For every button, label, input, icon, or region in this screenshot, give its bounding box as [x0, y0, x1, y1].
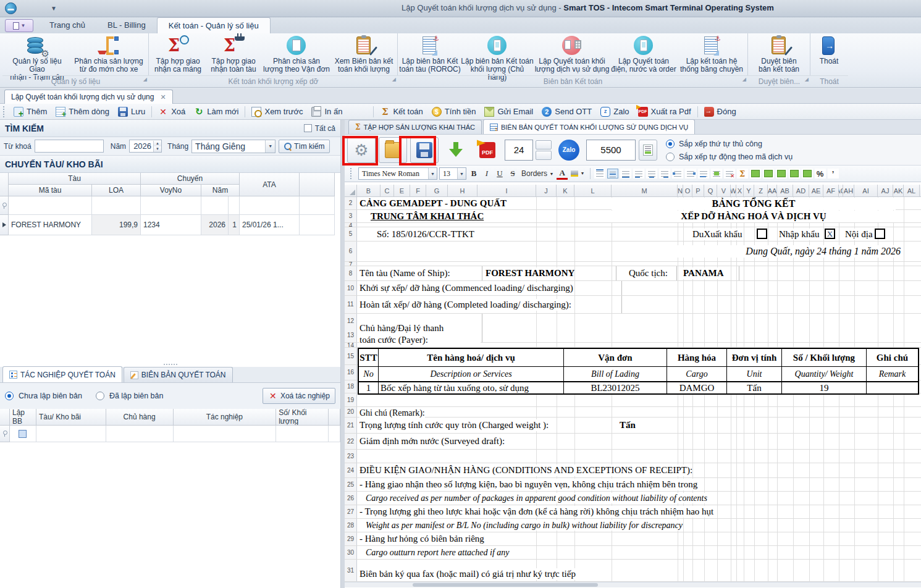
- column-header-N[interactable]: N: [678, 185, 683, 196]
- sheet-cell[interactable]: Tấn: [620, 419, 636, 431]
- ops-filter-cell[interactable]: [276, 426, 329, 442]
- toolbar-button-save[interactable]: Lưu: [114, 106, 149, 118]
- row-header[interactable]: 2: [345, 197, 357, 209]
- row-header[interactable]: 22: [345, 434, 357, 449]
- page-size-down-button[interactable]: [536, 151, 552, 160]
- voyage-cell[interactable]: 199,9: [92, 215, 141, 235]
- row-header[interactable]: 10: [345, 281, 357, 295]
- table-cell[interactable]: Vận đơn: [564, 349, 667, 366]
- column-header-AH[interactable]: AH: [843, 185, 854, 196]
- group-launcher-icon[interactable]: ◢: [143, 74, 147, 85]
- valign-top-button[interactable]: [594, 169, 605, 178]
- ribbon-button[interactable]: Lập Quyết toán điện, nước và order: [610, 34, 677, 75]
- column-header-W[interactable]: W: [731, 185, 736, 196]
- column-header-Y[interactable]: Y: [744, 185, 754, 196]
- row-header[interactable]: 20: [345, 407, 357, 417]
- toolbar-button-add[interactable]: Thêm: [9, 106, 51, 118]
- row-header[interactable]: 11: [345, 296, 357, 313]
- toolbar-button-sigma[interactable]: ΣKết toán: [376, 106, 427, 118]
- table-cell[interactable]: Tên hàng hoá/ dịch vụ: [379, 349, 564, 366]
- sort-auto-radio[interactable]: [666, 153, 675, 161]
- bb-checkbox[interactable]: [19, 430, 27, 438]
- column-header-J[interactable]: J: [536, 185, 557, 196]
- italic-button[interactable]: I: [481, 167, 492, 180]
- column-header-AB[interactable]: AB: [777, 185, 793, 196]
- table-cell[interactable]: Unit: [727, 366, 782, 381]
- column-header-AA[interactable]: AA: [768, 185, 777, 196]
- ribbon-button[interactable]: ΣTập hợp giao nhận ca máng: [150, 34, 206, 75]
- voyage-filter-cell[interactable]: [201, 196, 229, 215]
- column-header-B[interactable]: B: [357, 185, 381, 196]
- table-cell[interactable]: [867, 381, 918, 393]
- voyage-filter-cell[interactable]: [141, 196, 201, 215]
- valign-middle-button[interactable]: [607, 169, 618, 178]
- horizontal-scrollbar[interactable]: [345, 582, 921, 587]
- scrollbar-thumb[interactable]: [413, 583, 598, 587]
- table-cell[interactable]: Tấn: [727, 381, 782, 393]
- sheet-cell[interactable]: Nhập khẩu: [779, 229, 819, 240]
- table-cell[interactable]: DAMGO: [667, 381, 727, 393]
- month-select[interactable]: Tháng Giêng ▼: [191, 140, 275, 153]
- font-size-select[interactable]: 13 ▼: [439, 167, 466, 180]
- ops-tab-2[interactable]: BIÊN BẢN QUYẾT TOÁN: [124, 367, 233, 382]
- toolbar-button-coin[interactable]: $Tính tiền: [427, 106, 481, 118]
- sheet-cell[interactable]: Tên tàu (Name of Ship):: [360, 267, 450, 279]
- column-header-O[interactable]: O: [683, 185, 692, 196]
- table-cell[interactable]: Remark: [867, 366, 918, 381]
- column-header-M[interactable]: M: [612, 185, 678, 196]
- report-tab-1[interactable]: ΣTẬP HỢP SẢN LƯỢNG KHAI THÁC: [348, 120, 482, 134]
- align-center-button[interactable]: [646, 169, 657, 178]
- table-cell[interactable]: Hàng hóa: [667, 349, 727, 366]
- column-header-AG[interactable]: AG: [839, 185, 843, 196]
- row-header[interactable]: 31: [345, 560, 357, 581]
- application-menu-button[interactable]: ▼: [5, 19, 33, 32]
- sheet-cell[interactable]: TRUNG TÂM KHAI THÁC: [371, 211, 484, 222]
- column-header-E[interactable]: E: [394, 185, 410, 196]
- row-header[interactable]: 4: [345, 223, 357, 227]
- row-header[interactable]: 3: [345, 210, 357, 222]
- row-header[interactable]: 16: [345, 365, 357, 380]
- sheet-cell[interactable]: FOREST HARMONY: [486, 267, 574, 279]
- document-tab[interactable]: Lập Quyết toán khối lượng dịch vụ sử dụn…: [4, 90, 173, 104]
- table-cell[interactable]: Cargo: [667, 366, 727, 381]
- sheet-cell[interactable]: Nội địa: [845, 229, 873, 240]
- sheet-cell[interactable]: Cargo outturn report here attached if an…: [366, 547, 510, 558]
- table-cell[interactable]: STT: [359, 349, 379, 366]
- sheet-cell[interactable]: Quốc tịch:: [629, 267, 668, 279]
- sheet-cell[interactable]: PANAMA: [683, 267, 724, 279]
- table-cell[interactable]: Bốc xếp hàng từ tàu xuống oto, sử dụng: [379, 381, 564, 393]
- open-template-button[interactable]: [379, 137, 407, 163]
- ops-filter-cell[interactable]: [329, 426, 340, 442]
- ribbon-button[interactable]: ⚓Lập biên bản Kết toán tàu (ROROC): [399, 34, 461, 75]
- ribbon-button[interactable]: ΣTập hợp giao nhận toàn tàu: [206, 34, 261, 75]
- sheet-cell[interactable]: Giám định mớn nước (Surveyed draft):: [360, 435, 505, 447]
- table-cell[interactable]: Số / Khối lượng: [782, 349, 867, 366]
- font-size-dropdown-icon[interactable]: ▼: [457, 168, 466, 179]
- table-cell[interactable]: Quantity/ Weight: [782, 366, 867, 381]
- align-left-button[interactable]: [633, 169, 644, 178]
- ribbon-tab-Trang chủ[interactable]: Trang chủ: [38, 17, 96, 33]
- column-header-AK[interactable]: AK: [893, 185, 904, 196]
- voyage-cell[interactable]: [300, 215, 335, 235]
- zalo-button[interactable]: Zalo: [555, 137, 583, 163]
- ribbon-button[interactable]: Lập biên bản Kết toán khối lượng (Chủ hà…: [461, 34, 534, 75]
- ops-filter-cell[interactable]: [174, 426, 277, 442]
- search-button[interactable]: Tìm kiếm: [279, 140, 330, 153]
- select-all-corner[interactable]: [345, 185, 357, 196]
- delete-operation-button[interactable]: ✕ Xoá tác nghiệp: [263, 388, 335, 404]
- voyage-filter-cell[interactable]: [92, 196, 141, 215]
- column-header-F[interactable]: F: [410, 185, 426, 196]
- column-header-AF[interactable]: AF: [823, 185, 839, 196]
- insert-cells-button[interactable]: [802, 169, 813, 178]
- row-header[interactable]: 24: [345, 463, 357, 477]
- table-cell[interactable]: BL23012025: [564, 381, 667, 393]
- sheet-cell[interactable]: CẢNG GEMADEPT - DUNG QUẤT: [360, 198, 507, 209]
- row-header[interactable]: 5: [345, 227, 357, 241]
- underline-button[interactable]: U: [494, 167, 505, 180]
- row-header[interactable]: 18: [345, 380, 357, 393]
- table-cell[interactable]: No: [359, 366, 379, 381]
- cell-fill-button[interactable]: [776, 169, 787, 178]
- voyage-cell[interactable]: 1234: [141, 215, 201, 235]
- radio-not-created[interactable]: [5, 392, 14, 400]
- page-size-value[interactable]: 24: [505, 140, 533, 161]
